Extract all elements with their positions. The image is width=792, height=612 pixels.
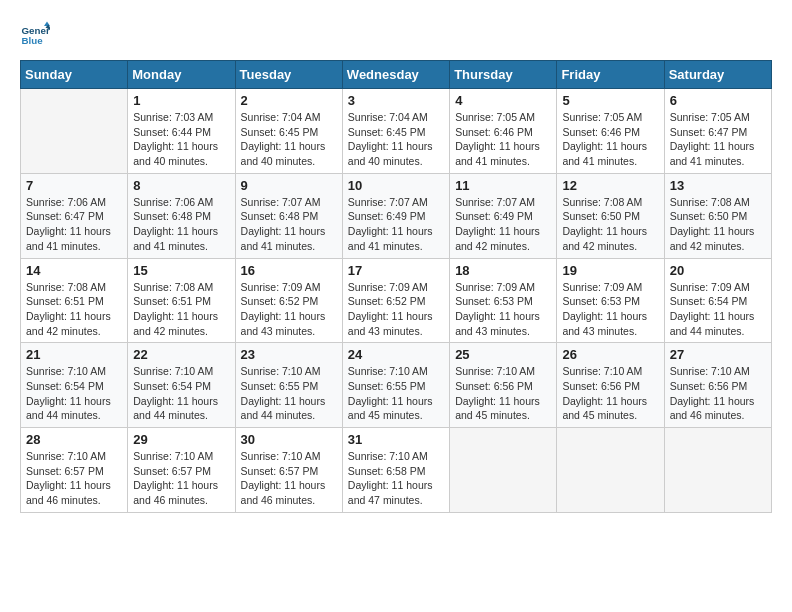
day-number: 13 bbox=[670, 178, 766, 193]
calendar-cell: 13Sunrise: 7:08 AMSunset: 6:50 PMDayligh… bbox=[664, 173, 771, 258]
day-number: 18 bbox=[455, 263, 551, 278]
day-number: 31 bbox=[348, 432, 444, 447]
calendar-cell: 1Sunrise: 7:03 AMSunset: 6:44 PMDaylight… bbox=[128, 89, 235, 174]
calendar-week-1: 1Sunrise: 7:03 AMSunset: 6:44 PMDaylight… bbox=[21, 89, 772, 174]
day-info: Sunrise: 7:10 AMSunset: 6:57 PMDaylight:… bbox=[133, 449, 229, 508]
day-number: 26 bbox=[562, 347, 658, 362]
weekday-header-wednesday: Wednesday bbox=[342, 61, 449, 89]
day-number: 27 bbox=[670, 347, 766, 362]
calendar-cell: 10Sunrise: 7:07 AMSunset: 6:49 PMDayligh… bbox=[342, 173, 449, 258]
calendar-cell: 7Sunrise: 7:06 AMSunset: 6:47 PMDaylight… bbox=[21, 173, 128, 258]
day-info: Sunrise: 7:08 AMSunset: 6:51 PMDaylight:… bbox=[26, 280, 122, 339]
day-info: Sunrise: 7:08 AMSunset: 6:50 PMDaylight:… bbox=[562, 195, 658, 254]
calendar-table: SundayMondayTuesdayWednesdayThursdayFrid… bbox=[20, 60, 772, 513]
weekday-header-tuesday: Tuesday bbox=[235, 61, 342, 89]
calendar-cell: 14Sunrise: 7:08 AMSunset: 6:51 PMDayligh… bbox=[21, 258, 128, 343]
calendar-week-2: 7Sunrise: 7:06 AMSunset: 6:47 PMDaylight… bbox=[21, 173, 772, 258]
day-info: Sunrise: 7:09 AMSunset: 6:53 PMDaylight:… bbox=[455, 280, 551, 339]
svg-text:General: General bbox=[22, 25, 51, 36]
calendar-cell: 21Sunrise: 7:10 AMSunset: 6:54 PMDayligh… bbox=[21, 343, 128, 428]
header: General Blue bbox=[20, 20, 772, 50]
calendar-cell: 18Sunrise: 7:09 AMSunset: 6:53 PMDayligh… bbox=[450, 258, 557, 343]
day-info: Sunrise: 7:05 AMSunset: 6:46 PMDaylight:… bbox=[562, 110, 658, 169]
calendar-cell bbox=[21, 89, 128, 174]
calendar-cell: 6Sunrise: 7:05 AMSunset: 6:47 PMDaylight… bbox=[664, 89, 771, 174]
calendar-cell: 16Sunrise: 7:09 AMSunset: 6:52 PMDayligh… bbox=[235, 258, 342, 343]
day-number: 9 bbox=[241, 178, 337, 193]
calendar-cell: 30Sunrise: 7:10 AMSunset: 6:57 PMDayligh… bbox=[235, 428, 342, 513]
day-number: 8 bbox=[133, 178, 229, 193]
calendar-cell: 5Sunrise: 7:05 AMSunset: 6:46 PMDaylight… bbox=[557, 89, 664, 174]
calendar-cell bbox=[664, 428, 771, 513]
day-number: 20 bbox=[670, 263, 766, 278]
calendar-cell: 26Sunrise: 7:10 AMSunset: 6:56 PMDayligh… bbox=[557, 343, 664, 428]
day-info: Sunrise: 7:05 AMSunset: 6:47 PMDaylight:… bbox=[670, 110, 766, 169]
day-info: Sunrise: 7:07 AMSunset: 6:49 PMDaylight:… bbox=[348, 195, 444, 254]
day-info: Sunrise: 7:10 AMSunset: 6:56 PMDaylight:… bbox=[670, 364, 766, 423]
day-number: 30 bbox=[241, 432, 337, 447]
day-number: 21 bbox=[26, 347, 122, 362]
calendar-cell: 8Sunrise: 7:06 AMSunset: 6:48 PMDaylight… bbox=[128, 173, 235, 258]
day-number: 24 bbox=[348, 347, 444, 362]
day-number: 16 bbox=[241, 263, 337, 278]
day-info: Sunrise: 7:10 AMSunset: 6:57 PMDaylight:… bbox=[241, 449, 337, 508]
weekday-header-saturday: Saturday bbox=[664, 61, 771, 89]
day-number: 1 bbox=[133, 93, 229, 108]
day-info: Sunrise: 7:10 AMSunset: 6:58 PMDaylight:… bbox=[348, 449, 444, 508]
weekday-header-thursday: Thursday bbox=[450, 61, 557, 89]
calendar-cell: 20Sunrise: 7:09 AMSunset: 6:54 PMDayligh… bbox=[664, 258, 771, 343]
day-number: 23 bbox=[241, 347, 337, 362]
calendar-cell bbox=[557, 428, 664, 513]
calendar-cell: 24Sunrise: 7:10 AMSunset: 6:55 PMDayligh… bbox=[342, 343, 449, 428]
day-number: 5 bbox=[562, 93, 658, 108]
calendar-cell: 31Sunrise: 7:10 AMSunset: 6:58 PMDayligh… bbox=[342, 428, 449, 513]
calendar-cell: 29Sunrise: 7:10 AMSunset: 6:57 PMDayligh… bbox=[128, 428, 235, 513]
day-info: Sunrise: 7:10 AMSunset: 6:55 PMDaylight:… bbox=[348, 364, 444, 423]
day-info: Sunrise: 7:06 AMSunset: 6:47 PMDaylight:… bbox=[26, 195, 122, 254]
calendar-cell: 25Sunrise: 7:10 AMSunset: 6:56 PMDayligh… bbox=[450, 343, 557, 428]
day-info: Sunrise: 7:09 AMSunset: 6:53 PMDaylight:… bbox=[562, 280, 658, 339]
weekday-header-sunday: Sunday bbox=[21, 61, 128, 89]
day-number: 29 bbox=[133, 432, 229, 447]
day-number: 17 bbox=[348, 263, 444, 278]
calendar-cell: 19Sunrise: 7:09 AMSunset: 6:53 PMDayligh… bbox=[557, 258, 664, 343]
day-info: Sunrise: 7:10 AMSunset: 6:55 PMDaylight:… bbox=[241, 364, 337, 423]
day-info: Sunrise: 7:09 AMSunset: 6:54 PMDaylight:… bbox=[670, 280, 766, 339]
calendar-cell: 23Sunrise: 7:10 AMSunset: 6:55 PMDayligh… bbox=[235, 343, 342, 428]
day-info: Sunrise: 7:08 AMSunset: 6:50 PMDaylight:… bbox=[670, 195, 766, 254]
calendar-cell: 4Sunrise: 7:05 AMSunset: 6:46 PMDaylight… bbox=[450, 89, 557, 174]
logo: General Blue bbox=[20, 20, 50, 50]
day-number: 14 bbox=[26, 263, 122, 278]
day-number: 15 bbox=[133, 263, 229, 278]
day-info: Sunrise: 7:07 AMSunset: 6:49 PMDaylight:… bbox=[455, 195, 551, 254]
weekday-header-monday: Monday bbox=[128, 61, 235, 89]
day-info: Sunrise: 7:03 AMSunset: 6:44 PMDaylight:… bbox=[133, 110, 229, 169]
calendar-cell: 3Sunrise: 7:04 AMSunset: 6:45 PMDaylight… bbox=[342, 89, 449, 174]
day-number: 28 bbox=[26, 432, 122, 447]
calendar-cell: 15Sunrise: 7:08 AMSunset: 6:51 PMDayligh… bbox=[128, 258, 235, 343]
svg-marker-2 bbox=[44, 22, 50, 27]
day-info: Sunrise: 7:05 AMSunset: 6:46 PMDaylight:… bbox=[455, 110, 551, 169]
day-number: 7 bbox=[26, 178, 122, 193]
calendar-cell: 9Sunrise: 7:07 AMSunset: 6:48 PMDaylight… bbox=[235, 173, 342, 258]
day-info: Sunrise: 7:04 AMSunset: 6:45 PMDaylight:… bbox=[241, 110, 337, 169]
day-info: Sunrise: 7:10 AMSunset: 6:57 PMDaylight:… bbox=[26, 449, 122, 508]
day-number: 22 bbox=[133, 347, 229, 362]
day-number: 10 bbox=[348, 178, 444, 193]
calendar-week-4: 21Sunrise: 7:10 AMSunset: 6:54 PMDayligh… bbox=[21, 343, 772, 428]
day-info: Sunrise: 7:10 AMSunset: 6:54 PMDaylight:… bbox=[26, 364, 122, 423]
calendar-week-3: 14Sunrise: 7:08 AMSunset: 6:51 PMDayligh… bbox=[21, 258, 772, 343]
calendar-cell: 11Sunrise: 7:07 AMSunset: 6:49 PMDayligh… bbox=[450, 173, 557, 258]
day-number: 25 bbox=[455, 347, 551, 362]
day-info: Sunrise: 7:10 AMSunset: 6:54 PMDaylight:… bbox=[133, 364, 229, 423]
day-number: 4 bbox=[455, 93, 551, 108]
calendar-week-5: 28Sunrise: 7:10 AMSunset: 6:57 PMDayligh… bbox=[21, 428, 772, 513]
day-number: 3 bbox=[348, 93, 444, 108]
logo-icon: General Blue bbox=[20, 20, 50, 50]
day-number: 2 bbox=[241, 93, 337, 108]
calendar-cell: 22Sunrise: 7:10 AMSunset: 6:54 PMDayligh… bbox=[128, 343, 235, 428]
calendar-cell: 2Sunrise: 7:04 AMSunset: 6:45 PMDaylight… bbox=[235, 89, 342, 174]
day-info: Sunrise: 7:09 AMSunset: 6:52 PMDaylight:… bbox=[348, 280, 444, 339]
calendar-cell: 12Sunrise: 7:08 AMSunset: 6:50 PMDayligh… bbox=[557, 173, 664, 258]
calendar-cell: 17Sunrise: 7:09 AMSunset: 6:52 PMDayligh… bbox=[342, 258, 449, 343]
